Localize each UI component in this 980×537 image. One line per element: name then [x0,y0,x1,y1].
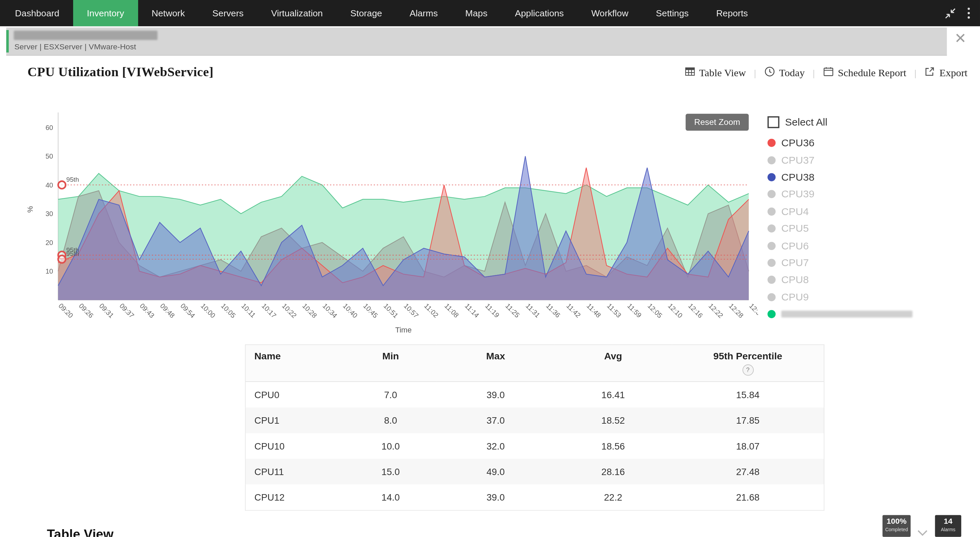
nav-item-network[interactable]: Network [138,0,199,26]
close-icon[interactable]: ✕ [955,31,966,46]
x-tick-label: 10:00 [199,302,217,319]
progress-label: Completed [882,527,911,532]
legend-item-cpu6[interactable]: CPU6 [768,237,974,254]
nav-item-storage[interactable]: Storage [337,0,396,26]
y-axis-title: % [26,206,34,213]
nav-item-applications[interactable]: Applications [501,0,578,26]
column-header-95th-label: 95th Percentile [681,351,815,362]
nav-item-alarms[interactable]: Alarms [396,0,452,26]
column-header-95th: 95th Percentile ? [672,345,824,381]
x-tick-label: 12:33 [748,302,758,319]
x-tick-label: 12:28 [727,302,745,319]
table-row: CPU0 7.0 39.0 16.41 15.84 [245,381,824,407]
report-toolbar: Table View | Today | Schedule [685,66,967,80]
nav-item-reports[interactable]: Reports [702,0,762,26]
nav-item-settings[interactable]: Settings [642,0,702,26]
cell-min: 10.0 [344,433,437,459]
breadcrumb: Server | ESXServer | VMware-Host [14,43,136,51]
legend-item-cpu7[interactable]: CPU7 [768,254,974,271]
legend-item-redacted[interactable] [768,306,974,323]
cpu-utilization-chart[interactable]: 10203040506095th95th95th09:2009:2609:310… [24,105,758,339]
cell-avg: 18.52 [554,408,672,433]
status-accent-bar [6,30,8,53]
collapse-icon[interactable] [944,7,956,19]
cell-95th: 27.48 [672,459,824,484]
kebab-menu-icon[interactable] [967,8,970,19]
legend-item-cpu36[interactable]: CPU36 [768,134,974,151]
legend-item-label: CPU5 [781,223,809,234]
x-tick-label: 09:37 [118,302,135,319]
nav-item-virtualization[interactable]: Virtualization [257,0,337,26]
legend-item-cpu5[interactable]: CPU5 [768,220,974,237]
series-color-dot [768,139,776,147]
nav-item-dashboard[interactable]: Dashboard [2,0,73,26]
nav-item-workflow[interactable]: Workflow [578,0,642,26]
cell-max: 37.0 [437,408,554,433]
progress-badge[interactable]: 100% Completed [882,515,911,537]
cell-95th: 18.07 [672,433,824,459]
series-color-dot [768,156,776,164]
separator: | [813,68,815,78]
threshold-marker[interactable] [58,256,66,263]
series-color-dot [768,225,776,233]
device-banner: Server | ESXServer | VMware-Host [6,27,947,56]
select-all-row[interactable]: Select All [768,116,974,128]
top-nav: Dashboard Inventory Network Servers Virt… [0,0,980,26]
x-axis-title: Time [395,326,412,334]
legend-item-label: CPU38 [781,171,815,183]
x-tick-label: 09:43 [138,302,156,319]
separator: | [914,68,916,78]
legend-item-cpu39[interactable]: CPU39 [768,186,974,203]
x-tick-label: 10:11 [240,302,257,319]
x-tick-label: 09:20 [57,302,75,319]
nav-item-inventory[interactable]: Inventory [73,0,138,26]
table-icon [685,67,695,80]
legend-item-label: CPU4 [781,206,809,217]
time-period-label: Today [779,67,805,80]
cell-95th: 15.84 [672,381,824,407]
x-tick-label: 12:22 [707,302,724,319]
nav-item-maps[interactable]: Maps [452,0,501,26]
select-all-checkbox[interactable] [768,116,780,128]
page-title: CPU Utilization [VIWebService] [27,64,214,80]
legend-item-label: CPU39 [781,188,815,201]
x-tick-label: 11:02 [423,302,440,319]
schedule-report-button[interactable]: Schedule Report [823,66,906,80]
legend-item-cpu37[interactable]: CPU37 [768,151,974,169]
legend-item-cpu8[interactable]: CPU8 [768,271,974,288]
x-tick-label: 11:25 [504,302,521,319]
threshold-label: 95th [66,250,79,257]
x-tick-label: 11:53 [606,302,623,319]
cpu-stats-table: Name Min Max Avg 95th Percentile ? CPU0 … [245,344,824,511]
legend-item-cpu4[interactable]: CPU4 [768,203,974,220]
export-icon [924,66,935,80]
table-row: CPU1 8.0 37.0 18.52 17.85 [245,408,824,433]
legend-item-cpu9[interactable]: CPU9 [768,288,974,306]
threshold-marker[interactable] [58,181,66,188]
series-color-dot [768,190,776,198]
schedule-report-label: Schedule Report [838,67,906,80]
alarms-badge[interactable]: 14 Alarms [935,515,961,537]
legend-item-cpu38[interactable]: CPU38 [768,169,974,186]
x-tick-label: 11:08 [443,302,460,319]
cell-name: CPU10 [245,433,344,459]
clock-icon [764,66,775,80]
time-period-button[interactable]: Today [764,66,804,80]
x-tick-label: 10:45 [362,302,379,319]
y-tick-label: 20 [46,239,53,246]
chevron-down-icon[interactable] [917,527,927,537]
x-tick-label: 10:40 [342,302,359,319]
reset-zoom-button[interactable]: Reset Zoom [686,114,749,131]
cell-name: CPU1 [245,408,344,433]
cell-95th: 17.85 [672,408,824,433]
x-tick-label: 09:48 [159,302,176,319]
x-tick-label: 11:14 [463,302,480,319]
export-button[interactable]: Export [924,66,968,80]
cell-name: CPU11 [245,459,344,484]
help-icon[interactable]: ? [742,365,753,376]
cell-avg: 18.56 [554,433,672,459]
table-view-button[interactable]: Table View [685,67,746,80]
nav-item-servers[interactable]: Servers [199,0,258,26]
calendar-icon [823,66,833,80]
x-tick-label: 09:26 [78,302,95,319]
